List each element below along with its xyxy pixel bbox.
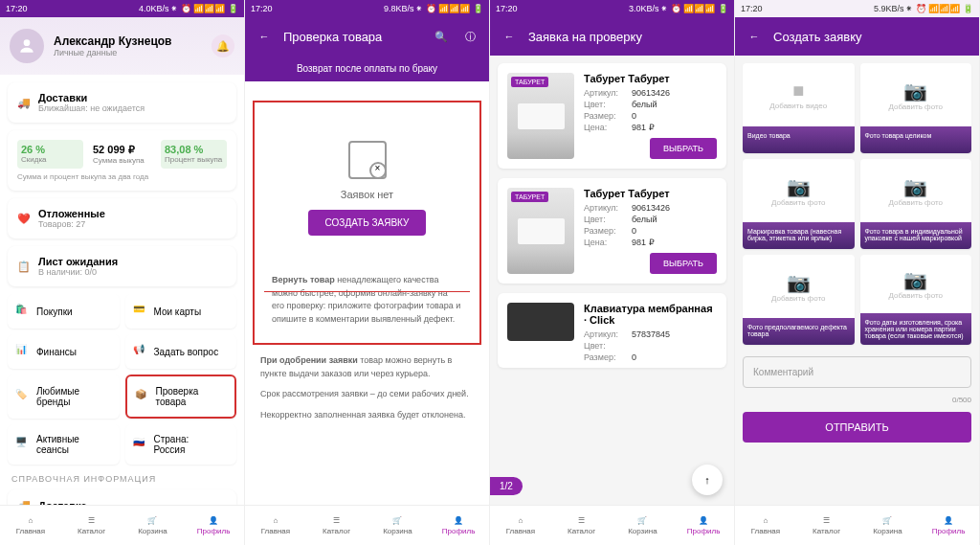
nav-home[interactable]: ⌂Главная: [490, 506, 551, 545]
status-bar: 17:205.9KB/s ⁕ ⏰ 📶📶📶 🔋: [735, 0, 979, 17]
bottom-nav: ⌂Главная ☰Каталог 🛒Корзина 👤Профиль: [245, 505, 489, 545]
menu-sessions[interactable]: 🖥️Активные сеансы: [8, 424, 120, 465]
profile-header[interactable]: Александр Кузнецов Личные данные 🔔: [0, 17, 244, 75]
page-title: Заявка на проверку: [528, 30, 724, 44]
upload-cell[interactable]: ■Добавить видеоВидео товара: [743, 63, 855, 153]
nav-catalog[interactable]: ☰Каталог: [796, 506, 858, 545]
chart-icon: 📊: [15, 344, 31, 359]
bottom-nav: ⌂Главная ☰Каталог 🛒Корзина 👤Профиль: [0, 505, 244, 545]
empty-state: Заявок нет СОЗДАТЬ ЗАЯВКУ: [264, 112, 470, 274]
truck-icon: 🚚: [17, 97, 31, 109]
nav-cart[interactable]: 🛒Корзина: [368, 506, 429, 545]
upload-cell[interactable]: 📷Добавить фотоФото даты изготовления, ср…: [860, 255, 972, 345]
info-text-3: Срок рассмотрения заявки – до семи рабоч…: [253, 388, 481, 401]
info-text-1: Вернуть товар ненадлежащего качества мож…: [264, 274, 470, 326]
status-bar: 17:209.8KB/s ⁕ ⏰ 📶📶📶 🔋: [245, 0, 489, 17]
avatar: [10, 29, 44, 63]
bag-icon: 🛍️: [15, 304, 31, 319]
info-text-4: Некорректно заполненная заявка будет отк…: [253, 409, 481, 422]
screen-create: 17:205.9KB/s ⁕ ⏰ 📶📶📶 🔋 ← Создать заявку …: [735, 0, 980, 545]
tag-icon: 🏷️: [15, 389, 31, 404]
select-button[interactable]: ВЫБРАТЬ: [650, 138, 717, 159]
upload-cell[interactable]: 📷Добавить фотоМаркировка товара (навесна…: [743, 159, 855, 249]
stats-card[interactable]: 26 %Скидка 52 099 ₽Сумма выкупа 83,08 %П…: [8, 130, 236, 191]
megaphone-icon: 📢: [133, 344, 148, 359]
info-text-2: При одобрении заявки товар можно вернуть…: [253, 354, 481, 380]
menu-country[interactable]: 🇷🇺Страна: Россия: [125, 424, 237, 465]
nav-cart[interactable]: 🛒Корзина: [612, 506, 674, 545]
nav-cart[interactable]: 🛒Корзина: [122, 506, 184, 545]
screen-request: 17:203.0KB/s ⁕ ⏰ 📶📶📶 🔋 ← Заявка на прове…: [490, 0, 735, 545]
status-bar: 17:203.0KB/s ⁕ ⏰ 📶📶📶 🔋: [490, 0, 734, 17]
box-icon: 📦: [135, 389, 150, 404]
ref-delivery[interactable]: 🚚 Доставка: [8, 489, 236, 505]
back-button[interactable]: ←: [500, 27, 519, 46]
notifications-button[interactable]: 🔔: [212, 34, 234, 57]
list-icon: 📋: [17, 261, 31, 273]
nav-catalog[interactable]: ☰Каталог: [306, 506, 368, 545]
product-image: [507, 303, 574, 341]
card-icon: 💳: [133, 304, 148, 319]
product-card: ТАБУРЕТ Табурет Табурет Артикул:90613426…: [498, 63, 726, 169]
section-title: СПРАВОЧНАЯ ИНФОРМАЦИЯ: [8, 474, 236, 484]
back-button[interactable]: ←: [745, 27, 764, 46]
profile-icon: 👤: [209, 516, 218, 525]
profile-sub: Личные данные: [54, 48, 202, 57]
flag-icon: 🇷🇺: [133, 437, 148, 452]
menu-finance[interactable]: 📊Финансы: [8, 334, 120, 369]
info-icon[interactable]: ⓘ: [460, 27, 479, 46]
comment-count: 0/500: [739, 396, 971, 404]
nav-profile[interactable]: 👤Профиль: [428, 506, 489, 545]
menu-cards[interactable]: 💳Мои карты: [125, 294, 237, 329]
search-icon[interactable]: 🔍: [432, 27, 451, 46]
back-button[interactable]: ←: [255, 27, 274, 46]
heart-icon: ❤️: [17, 213, 31, 225]
tab-return[interactable]: Возврат после оплаты по браку: [245, 56, 489, 83]
header: ← Заявка на проверку: [490, 17, 734, 56]
monitor-icon: 🖥️: [15, 437, 31, 452]
svg-point-0: [24, 39, 31, 46]
upload-cell[interactable]: 📷Добавить фотоФото товара в индивидуальн…: [860, 159, 972, 249]
nav-cart[interactable]: 🛒Корзина: [858, 506, 919, 545]
bottom-nav: ⌂Главная ☰Каталог 🛒Корзина 👤Профиль: [735, 505, 979, 545]
waitlist-card[interactable]: 📋 Лист ожиданияВ наличии: 0/0: [8, 246, 236, 286]
status-bar: 17:20 4.0KB/s ⁕ ⏰ 📶📶📶 🔋: [0, 0, 244, 17]
menu-brands[interactable]: 🏷️Любимые бренды: [8, 375, 120, 419]
select-button[interactable]: ВЫБРАТЬ: [650, 253, 717, 274]
home-icon: ⌂: [28, 516, 33, 525]
cart-icon: 🛒: [147, 516, 157, 525]
nav-home[interactable]: ⌂Главная: [0, 506, 61, 545]
submit-button[interactable]: ОТПРАВИТЬ: [743, 412, 971, 443]
nav-profile[interactable]: 👤Профиль: [673, 506, 734, 545]
nav-home[interactable]: ⌂Главная: [735, 506, 796, 545]
product-card: Клавиатура мембранная · Click Артикул:57…: [498, 293, 726, 368]
pending-card[interactable]: ❤️ ОтложенныеТоваров: 27: [8, 198, 236, 238]
create-request-button[interactable]: СОЗДАТЬ ЗАЯВКУ: [308, 210, 427, 236]
product-image: ТАБУРЕТ: [507, 73, 574, 159]
catalog-icon: ☰: [88, 516, 95, 525]
product-image: ТАБУРЕТ: [507, 188, 574, 274]
delivery-card[interactable]: 🚚 ДоставкиБлижайшая: не ожидается: [8, 82, 236, 123]
comment-input[interactable]: Комментарий: [743, 356, 971, 388]
profile-name: Александр Кузнецов: [54, 34, 202, 48]
nav-profile[interactable]: 👤Профиль: [918, 506, 979, 545]
product-card: ТАБУРЕТ Табурет Табурет Артикул:90613426…: [498, 178, 726, 284]
page-indicator: 1/2: [490, 477, 523, 495]
bottom-nav: ⌂Главная ☰Каталог 🛒Корзина 👤Профиль: [490, 505, 734, 545]
upload-cell[interactable]: 📷Добавить фотоФото товара целиком: [860, 63, 972, 153]
nav-catalog[interactable]: ☰Каталог: [551, 506, 612, 545]
screen-profile: 17:20 4.0KB/s ⁕ ⏰ 📶📶📶 🔋 Александр Кузнец…: [0, 0, 245, 545]
menu-check-product[interactable]: 📦Проверка товара: [125, 375, 237, 419]
nav-profile[interactable]: 👤Профиль: [183, 506, 244, 545]
scroll-top-button[interactable]: ↑: [692, 465, 723, 495]
screen-check: 17:209.8KB/s ⁕ ⏰ 📶📶📶 🔋 ← Проверка товара…: [245, 0, 490, 545]
menu-question[interactable]: 📢Задать вопрос: [125, 334, 237, 369]
page-title: Создать заявку: [773, 30, 969, 44]
menu-purchases[interactable]: 🛍️Покупки: [8, 294, 120, 329]
upload-cell[interactable]: 📷Добавить фотоФото предполагаемого дефек…: [743, 255, 855, 345]
header: ← Создать заявку: [735, 17, 979, 56]
nav-catalog[interactable]: ☰Каталог: [61, 506, 122, 545]
empty-icon: [348, 141, 387, 179]
header: ← Проверка товара 🔍 ⓘ: [245, 17, 489, 56]
nav-home[interactable]: ⌂Главная: [245, 506, 306, 545]
